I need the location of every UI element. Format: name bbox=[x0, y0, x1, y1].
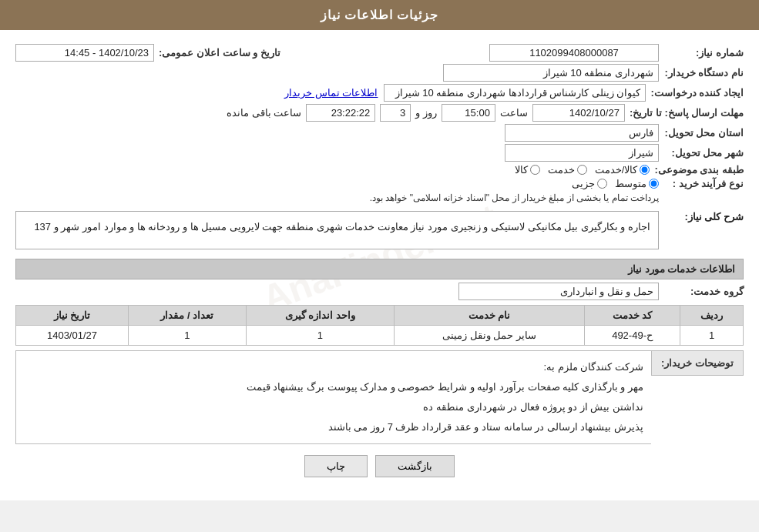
category-kala-khadamat-label: کالا/خدمت bbox=[595, 164, 638, 176]
response-days-label: روز و bbox=[415, 107, 437, 119]
page-title: جزئیات اطلاعات نیاز bbox=[321, 8, 439, 22]
category-khadamat-option[interactable]: خدمت bbox=[548, 164, 587, 176]
need-number-value: 1102099408000087 bbox=[489, 44, 659, 62]
service-info-section-title: اطلاعات خدمات مورد نیاز bbox=[15, 259, 744, 279]
city-value: شیراز bbox=[505, 144, 659, 162]
cell-quantity: 1 bbox=[129, 326, 247, 346]
note-line: پذیرش بیشنهاد ارسالی در سامانه ستاد و عق… bbox=[24, 417, 643, 437]
category-radio-group: کالا/خدمت خدمت کالا bbox=[15, 164, 650, 176]
cell-date: 1403/01/27 bbox=[16, 326, 129, 346]
category-kala-radio[interactable] bbox=[530, 165, 540, 175]
note-line: مهر و بارگذاری کلیه صفحات برآورد اولیه و… bbox=[24, 377, 643, 397]
response-time-value: 15:00 bbox=[442, 104, 495, 122]
process-mottasat-label: متوسط bbox=[615, 178, 646, 189]
process-radio-group: متوسط جزیی bbox=[15, 178, 659, 189]
cell-row: 1 bbox=[680, 326, 744, 346]
col-unit: واحد اندازه گیری bbox=[246, 306, 394, 326]
announce-date-value: 1402/10/23 - 14:45 bbox=[15, 44, 154, 62]
creator-value: کیوان زینلی کارشناس قراردادها شهرداری من… bbox=[384, 84, 646, 102]
table-row: 1ح-49-492سایر حمل ونقل زمینی111403/01/27 bbox=[16, 326, 744, 346]
buttons-row: بازگشت چاپ bbox=[15, 455, 744, 477]
process-jozyi-label: جزیی bbox=[572, 178, 595, 189]
note-line: نداشتن بیش از دو پروژه فعال در شهرداری م… bbox=[24, 397, 643, 417]
cell-unit: 1 bbox=[246, 326, 394, 346]
announce-date-label: تاریخ و ساعت اعلان عمومی: bbox=[154, 47, 296, 59]
province-value: فارس bbox=[505, 124, 659, 142]
cell-name: سایر حمل ونقل زمینی bbox=[395, 326, 585, 346]
service-group-value: حمل و نقل و انبارداری bbox=[458, 283, 659, 300]
process-mottasat-radio[interactable] bbox=[649, 179, 659, 189]
col-date: تاریخ نیاز bbox=[16, 306, 129, 326]
category-khadamat-label: خدمت bbox=[548, 164, 575, 176]
category-kala-option[interactable]: کالا bbox=[515, 164, 540, 176]
buyer-org-value: شهرداری منطقه 10 شیراز bbox=[443, 64, 659, 82]
creator-label: ایجاد کننده درخواست: bbox=[646, 87, 744, 99]
category-kala-khadamat-radio[interactable] bbox=[640, 165, 650, 175]
city-label: شهر محل تحویل: bbox=[659, 147, 744, 159]
col-qty: تعداد / مقدار bbox=[129, 306, 247, 326]
response-date-label: مهلت ارسال پاسخ: تا تاریخ: bbox=[625, 107, 744, 119]
page-header: جزئیات اطلاعات نیاز bbox=[0, 0, 759, 30]
category-khadamat-radio[interactable] bbox=[577, 165, 587, 175]
response-remaining-label: ساعت باقی مانده bbox=[227, 107, 301, 119]
process-mottasat-option[interactable]: متوسط bbox=[615, 178, 659, 189]
note-line: شرکت کنندگان ملزم به: bbox=[24, 357, 643, 377]
col-code: کد خدمت bbox=[584, 306, 680, 326]
process-jozyi-radio[interactable] bbox=[597, 179, 607, 189]
process-label: نوع فرآیند خرید : bbox=[659, 178, 744, 189]
process-note: پرداخت تمام یا بخشی از مبلغ خریدار از مح… bbox=[15, 192, 659, 203]
description-section-title: شرح کلی نیاز: bbox=[659, 208, 744, 223]
response-date-value: 1402/10/27 bbox=[532, 104, 625, 122]
description-text: اجاره و بکارگیری بیل مکانیکی لاستیکی و ز… bbox=[15, 211, 659, 249]
category-kala-label: کالا bbox=[515, 164, 528, 176]
response-time-label: ساعت bbox=[500, 107, 528, 119]
buyer-notes-section: توضیحات خریدار: شرکت کنندگان ملزم به:مهر… bbox=[15, 350, 744, 444]
buyer-notes-label: توضیحات خریدار: bbox=[651, 350, 744, 376]
buyer-notes-content: شرکت کنندگان ملزم به:مهر و بارگذاری کلیه… bbox=[15, 350, 651, 444]
creator-link[interactable]: اطلاعات تماس خریدار bbox=[284, 87, 378, 99]
service-group-label: گروه خدمت: bbox=[659, 286, 744, 297]
services-table: ردیف کد خدمت نام خدمت واحد اندازه گیری ت… bbox=[15, 305, 744, 346]
category-kala-khadamat-option[interactable]: کالا/خدمت bbox=[595, 164, 650, 176]
need-number-label: شماره نیاز: bbox=[659, 47, 744, 59]
col-name: نام خدمت bbox=[395, 306, 585, 326]
print-button[interactable]: چاپ bbox=[304, 455, 368, 477]
buyer-org-label: نام دستگاه خریدار: bbox=[659, 67, 744, 79]
category-label: طبقه بندی موضوعی: bbox=[650, 164, 744, 176]
col-row: ردیف bbox=[680, 306, 744, 326]
process-jozyi-option[interactable]: جزیی bbox=[572, 178, 607, 189]
back-button[interactable]: بازگشت bbox=[375, 455, 455, 477]
response-days-value: 3 bbox=[380, 104, 411, 122]
response-remaining-value: 23:22:22 bbox=[306, 104, 375, 122]
cell-code: ح-49-492 bbox=[584, 326, 680, 346]
province-label: استان محل تحویل: bbox=[659, 127, 744, 139]
